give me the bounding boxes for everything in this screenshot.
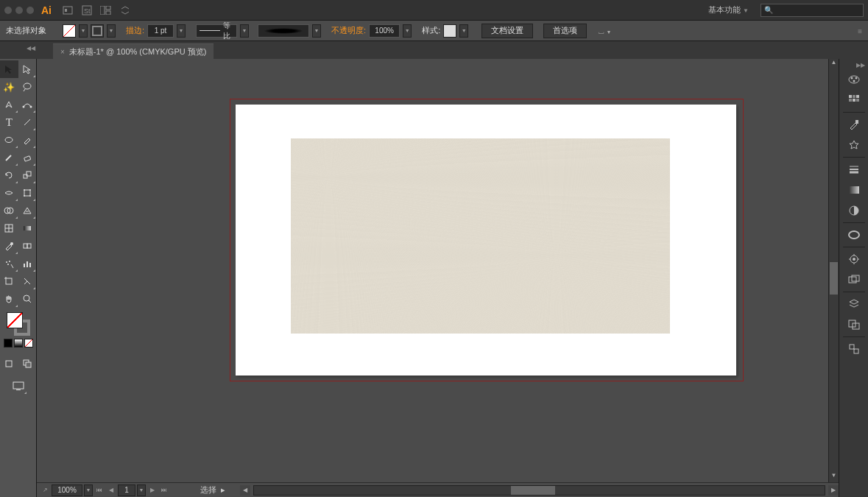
swatches-panel-icon[interactable] [839, 90, 869, 110]
canvas-area[interactable]: ▲ ▼ ↗ 100% ▼ ⏮ ◀ 1 ▼ ▶ ⏭ 选择 ▸ ◀ ▶ [37, 59, 839, 497]
color-mode-icon[interactable] [4, 339, 13, 348]
close-tab-icon[interactable]: × [60, 48, 65, 56]
draw-behind-icon[interactable] [18, 355, 37, 373]
color-panel-icon[interactable] [839, 69, 869, 90]
artboards-panel-icon[interactable] [839, 314, 869, 335]
brush-dropdown[interactable]: ▼ [312, 24, 321, 38]
opacity-input[interactable]: 100% [369, 24, 400, 38]
brush-definition[interactable] [258, 24, 309, 38]
stock-icon[interactable]: St [81, 4, 93, 16]
rectangle-tool[interactable] [0, 131, 18, 149]
panel-collapse-icon[interactable]: ▶▶ [839, 62, 868, 69]
horizontal-scrollbar[interactable] [253, 485, 825, 496]
placed-image[interactable] [291, 138, 670, 334]
last-artboard-icon[interactable]: ⏭ [159, 485, 169, 496]
next-artboard-icon[interactable]: ▶ [147, 485, 158, 496]
maximize-window-icon[interactable] [27, 7, 34, 14]
perspective-tool[interactable] [18, 202, 37, 219]
zoom-dropdown[interactable]: ▼ [84, 484, 93, 496]
type-tool[interactable]: T [0, 113, 18, 131]
width-tool[interactable] [0, 184, 18, 202]
scroll-down-icon[interactable]: ▼ [829, 472, 839, 482]
appearance-panel-icon[interactable] [839, 249, 869, 269]
lasso-tool[interactable] [18, 78, 37, 96]
status-select-label[interactable]: 选择 ▸ [200, 484, 225, 496]
artboard-dropdown[interactable]: ▼ [137, 484, 146, 496]
align-icon[interactable]: ⎵ ▼ [599, 26, 611, 36]
slice-tool[interactable] [18, 272, 37, 290]
scale-tool[interactable] [18, 166, 37, 184]
preferences-button[interactable]: 首选项 [543, 24, 587, 38]
links-panel-icon[interactable] [839, 339, 869, 359]
zoom-level-input[interactable]: 100% [52, 484, 82, 496]
magic-wand-tool[interactable]: ✨ [0, 78, 18, 96]
selection-tool[interactable] [0, 60, 18, 78]
zoom-tool[interactable] [18, 290, 37, 308]
bridge-icon[interactable] [62, 4, 74, 16]
graph-tool[interactable] [18, 255, 37, 272]
vertical-scrollbar[interactable]: ▲ ▼ [828, 59, 839, 482]
stroke-profile[interactable]: 等比 [196, 24, 237, 38]
symbol-sprayer-tool[interactable] [0, 255, 18, 272]
scroll-right-icon[interactable]: ▶ [828, 485, 839, 496]
first-artboard-icon[interactable]: ⏮ [94, 485, 105, 496]
search-input[interactable]: 🔍 [761, 4, 864, 17]
prev-artboard-icon[interactable]: ◀ [106, 485, 116, 496]
popup-icon[interactable]: ↗ [40, 485, 50, 496]
screen-mode-icon[interactable] [9, 377, 27, 395]
line-tool[interactable] [18, 113, 37, 131]
none-mode-icon[interactable] [24, 339, 33, 348]
graphic-style-swatch[interactable] [443, 24, 456, 38]
paintbrush-tool[interactable] [18, 131, 37, 149]
graphic-styles-panel-icon[interactable] [839, 269, 869, 290]
symbols-panel-icon[interactable] [839, 135, 869, 155]
curvature-tool[interactable] [18, 96, 37, 113]
shape-builder-tool[interactable] [0, 202, 18, 219]
cc-libraries-panel-icon[interactable] [839, 225, 869, 245]
blend-tool[interactable] [18, 237, 37, 255]
stroke-panel-icon[interactable] [839, 159, 869, 180]
gradient-panel-icon[interactable] [839, 180, 869, 200]
scroll-left-icon[interactable]: ◀ [240, 485, 250, 496]
gpu-icon[interactable] [119, 4, 131, 16]
brushes-panel-icon[interactable] [839, 114, 869, 135]
shaper-tool[interactable] [0, 149, 18, 166]
direct-selection-tool[interactable] [18, 60, 37, 78]
draw-normal-icon[interactable] [0, 355, 18, 373]
transparency-panel-icon[interactable] [839, 200, 869, 221]
fill-color-swatch[interactable] [7, 312, 23, 328]
layers-panel-icon[interactable] [839, 294, 869, 314]
hand-tool[interactable] [0, 290, 18, 308]
mesh-tool[interactable] [0, 219, 18, 237]
gradient-tool[interactable] [18, 219, 37, 237]
arrange-docs-icon[interactable] [100, 4, 112, 16]
rotate-tool[interactable] [0, 166, 18, 184]
h-scroll-thumb[interactable] [511, 486, 555, 495]
eraser-tool[interactable] [18, 149, 37, 166]
close-window-icon[interactable] [4, 7, 12, 14]
artboard-tool[interactable] [0, 272, 18, 290]
stroke-swatch[interactable] [91, 24, 104, 38]
style-dropdown[interactable]: ▼ [459, 24, 468, 38]
document-tab[interactable]: × 未标题-1* @ 100% (CMYK/GPU 预览) [53, 43, 214, 59]
fill-swatch[interactable] [63, 24, 76, 38]
gradient-mode-icon[interactable] [14, 339, 23, 348]
scroll-up-icon[interactable]: ▲ [829, 59, 839, 69]
fill-dropdown[interactable]: ▼ [79, 24, 88, 38]
stroke-weight-input[interactable]: 1 pt [147, 24, 174, 38]
stroke-profile-dropdown[interactable]: ▼ [240, 24, 249, 38]
v-scroll-thumb[interactable] [830, 262, 838, 295]
eyedropper-tool[interactable] [0, 237, 18, 255]
pen-tool[interactable] [0, 96, 18, 113]
stroke-weight-dropdown[interactable]: ▼ [177, 24, 186, 38]
toolbox-collapse-icon[interactable]: ◀◀ [3, 43, 38, 52]
stroke-dropdown[interactable]: ▼ [107, 24, 116, 38]
document-setup-button[interactable]: 文档设置 [481, 24, 533, 38]
artboard-number-input[interactable]: 1 [118, 484, 135, 496]
controlbar-menu-icon[interactable]: ≡ [858, 27, 862, 35]
opacity-dropdown[interactable]: ▼ [403, 24, 412, 38]
minimize-window-icon[interactable] [15, 7, 23, 14]
free-transform-tool[interactable] [18, 184, 37, 202]
fill-stroke-swatches[interactable] [7, 312, 30, 336]
workspace-switcher[interactable]: 基本功能 ▼ [702, 2, 755, 18]
